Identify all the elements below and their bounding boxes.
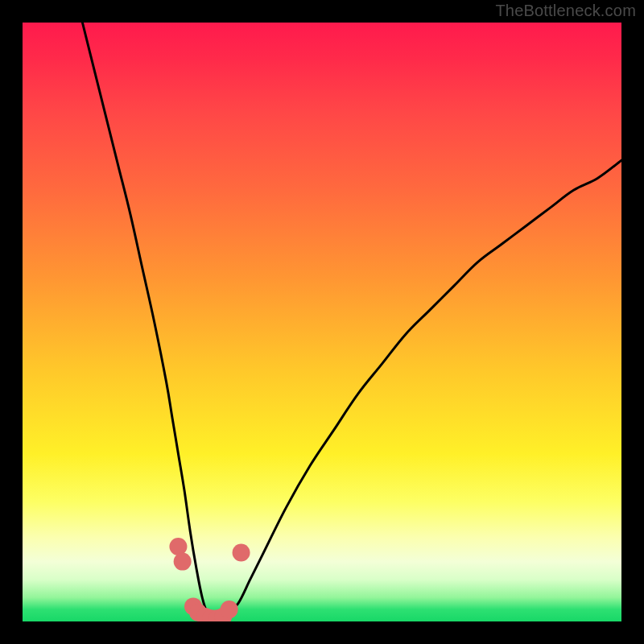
marker-right-upper	[233, 543, 250, 561]
marker-left-mid	[174, 553, 192, 571]
marker-left-upper	[169, 538, 187, 555]
watermark-label: TheBottleneck.com	[495, 2, 636, 20]
bottleneck-curve	[82, 23, 621, 621]
chart-svg	[23, 23, 621, 621]
plot-area	[23, 23, 621, 621]
chart-frame: TheBottleneck.com	[0, 0, 644, 644]
marker-right-low	[221, 601, 238, 618]
